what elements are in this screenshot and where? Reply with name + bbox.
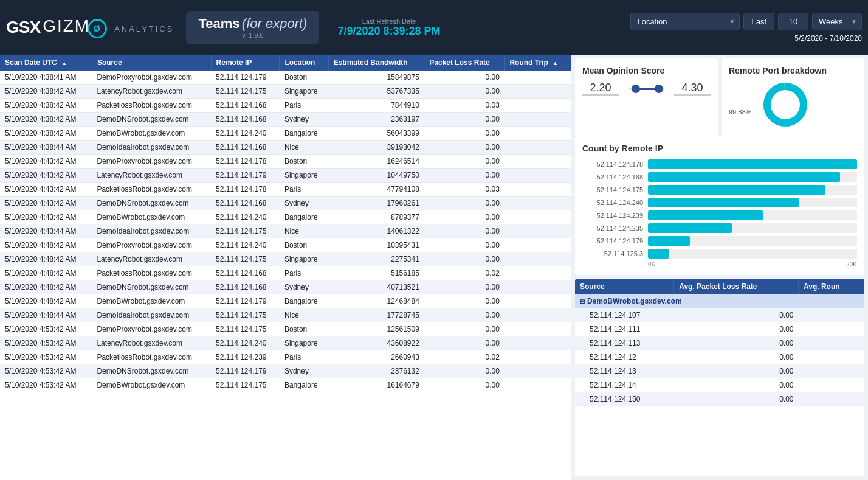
remote-port-panel: Remote Port breakdown 3479 99.88% [722,58,864,136]
source-ip-cell: 52.114.124.14 [575,378,674,392]
source-table-row: 52.114.124.1130.00 [575,336,864,350]
title-sub: (for export) [242,16,308,31]
source-table-row: 52.114.124.130.00 [575,364,864,378]
source-body: ⊟DemoBWrobot.gsxdev.com52.114.124.1070.0… [575,294,864,406]
table-cell: Paris [280,266,328,280]
bar-row: 52.114.124.178 [582,159,857,169]
table-cell: Paris [280,350,328,364]
bar-fill [648,210,763,220]
mos-slider[interactable] [629,88,664,90]
table-cell: 52.114.124.179 [211,169,280,183]
col-round-trip[interactable]: Round Trip ▲ [505,55,571,71]
table-cell: 5/10/2020 4:43:42 AM [0,197,92,210]
mos-thumb-right[interactable] [655,85,663,93]
table-cell [505,224,571,238]
table-cell: 0.00 [424,169,505,183]
table-cell: 0.03 [424,99,505,113]
bar-track [648,223,857,233]
table-cell: 0.00 [424,308,505,322]
col-packet-loss[interactable]: Packet Loss Rate [424,55,505,71]
table-cell [505,169,571,183]
table-cell: DemoBWrobot.gsxdev.com [92,294,211,308]
table-cell: 0.00 [424,294,505,308]
col-remote-ip[interactable]: Remote IP [211,55,280,71]
table-row: 5/10/2020 4:38:42 AMDemoBWrobot.gsxdev.c… [0,127,571,141]
mos-max-input[interactable] [674,82,711,96]
mos-title: Mean Opinion Score [582,66,711,75]
source-loss-cell: 0.00 [674,350,799,364]
table-cell: Paris [280,183,328,197]
title-main: Teams [198,16,239,31]
mos-min-input[interactable] [582,82,619,96]
source-col-name[interactable]: Source [575,279,674,294]
table-cell: Nice [280,224,328,238]
mos-thumb-left[interactable] [632,85,640,93]
bar-track [648,185,857,195]
table-cell: 0.00 [424,364,505,378]
table-cell: Boston [280,238,328,252]
col-bandwidth[interactable]: Estimated Bandwidth [328,55,424,71]
table-cell: Singapore [280,336,328,350]
table-cell [505,113,571,127]
table-row: 5/10/2020 4:43:42 AMLatencyRobot.gsxdev.… [0,169,571,183]
table-cell: DemoBWrobot.gsxdev.com [92,378,211,392]
table-cell: 53767335 [328,85,424,99]
last-button[interactable]: Last [743,13,774,30]
location-select-wrapper[interactable]: Location [630,13,740,30]
table-cell: 43608922 [328,336,424,350]
table-cell [505,71,571,85]
port-percent: 99.88% [729,108,756,116]
table-cell: 0.00 [424,224,505,238]
table-cell: PacketlossRobot.gsxdev.com [92,266,211,280]
col-source[interactable]: Source [92,55,211,71]
source-loss-cell: 0.00 [674,378,799,392]
table-cell: DemoProxyrobot.gsxdev.com [92,238,211,252]
bar-track [648,236,857,246]
table-cell: DemoDNSrobot.gsxdev.com [92,197,211,210]
table-cell: 7844910 [328,99,424,113]
period-select[interactable]: Weeks [812,13,862,30]
date-range: 5/2/2020 - 7/10/2020 [794,34,862,43]
bar-label: 52.114.125.3 [582,250,643,257]
source-col-round[interactable]: Avg. Roun [799,279,864,294]
table-row: 5/10/2020 4:48:42 AMDemoBWrobot.gsxdev.c… [0,294,571,308]
table-cell: 12561509 [328,322,424,336]
table-cell: 0.00 [424,210,505,224]
bar-fill [648,185,825,195]
expand-icon[interactable]: ⊟ [580,298,585,305]
table-cell: 10449750 [328,169,424,183]
bar-track [648,249,857,259]
port-title: Remote Port breakdown [729,66,857,75]
table-cell: 5/10/2020 4:53:42 AM [0,336,92,350]
table-cell: 0.00 [424,197,505,210]
chart-xaxis: 0K 20K [648,261,857,268]
bar-label: 52.114.124.168 [582,173,643,181]
table-cell: 52.114.124.179 [211,71,280,85]
table-wrapper[interactable]: Scan Date UTC ▲ Source Remote IP Locatio… [0,55,571,480]
table-cell: 5/10/2020 4:38:42 AM [0,85,92,99]
table-cell: 5/10/2020 4:43:42 AM [0,169,92,183]
table-cell [505,183,571,197]
table-cell: LatencyRobot.gsxdev.com [92,169,211,183]
table-cell: 5/10/2020 4:38:44 AM [0,141,92,155]
table-cell: 5/10/2020 4:38:41 AM [0,71,92,85]
bar-label: 52.114.124.235 [582,224,643,232]
table-cell: 8789377 [328,210,424,224]
table-cell: 5/10/2020 4:53:42 AM [0,322,92,336]
table-cell: 52.114.124.175 [211,378,280,392]
source-col-loss[interactable]: Avg. Packet Loss Rate [674,279,799,294]
location-select[interactable]: Location [630,13,740,30]
table-cell [505,127,571,141]
period-select-wrapper[interactable]: Weeks [812,13,862,30]
table-cell [505,155,571,169]
col-location[interactable]: Location [280,55,328,71]
table-cell [505,294,571,308]
table-cell: 0.00 [424,141,505,155]
col-scan-date[interactable]: Scan Date UTC ▲ [0,55,92,71]
table-row: 5/10/2020 4:53:42 AMDemoProxyrobot.gsxde… [0,322,571,336]
period-number-input[interactable] [778,13,808,30]
table-row: 5/10/2020 4:53:42 AMDemoDNSrobot.gsxdev.… [0,364,571,378]
table-cell: 52.114.124.178 [211,183,280,197]
app-header: GSX GIZMØ ANALYTICS Teams (for export) v… [0,0,868,55]
table-cell: 52.114.124.175 [211,252,280,266]
